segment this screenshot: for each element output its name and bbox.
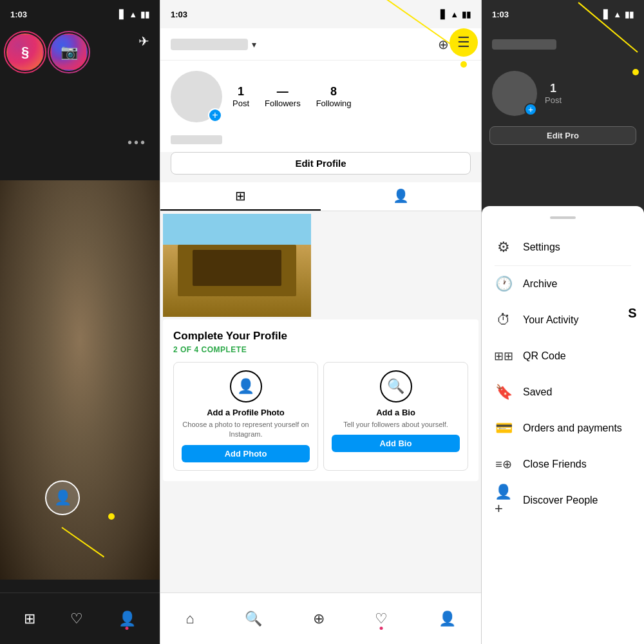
bio-card: 🔍 Add a Bio Tell your followers about yo… xyxy=(323,362,468,471)
panel-middle: 1:03 ▋ ▲ ▮▮ ▾ ⊕ ☰ ☰ + 1 Post xyxy=(160,0,482,644)
archive-label: Archive xyxy=(523,278,557,290)
dog-photo xyxy=(0,180,160,580)
menu-item-settings[interactable]: ⚙ Settings xyxy=(482,229,644,265)
dropdown-menu: ⚙ Settings 🕐 Archive ⏱ Your Activity ⊞⊞ … xyxy=(482,206,644,644)
profile-circle-icon: 👤 xyxy=(54,489,71,506)
profile-name-placeholder xyxy=(171,135,222,144)
saved-icon: 🔖 xyxy=(495,383,513,401)
close-friends-label: Close Friends xyxy=(523,459,587,470)
tabs-row: ⊞ 👤 xyxy=(160,182,481,211)
left-ellipsis[interactable]: ••• xyxy=(128,135,147,150)
profile-photo-card: 👤 Add a Profile Photo Choose a photo to … xyxy=(173,362,318,471)
left-photo: 👤 xyxy=(0,180,160,580)
menu-item-your-activity[interactable]: ⏱ Your Activity xyxy=(482,302,644,338)
profile-name-area xyxy=(160,133,481,152)
add-photo-btn[interactable]: Add Photo xyxy=(182,445,310,462)
mid-nav-home[interactable]: ⌂ xyxy=(185,611,194,627)
right-edit-profile-btn[interactable]: Edit Pro xyxy=(489,126,636,145)
your-activity-label: Your Activity xyxy=(523,314,579,326)
orders-icon: 💳 xyxy=(495,419,513,437)
left-nav-heart[interactable]: ♡ xyxy=(70,611,83,627)
complete-title: Complete Your Profile xyxy=(173,330,468,343)
discover-people-icon: 👤+ xyxy=(495,491,513,509)
storefront-image xyxy=(163,214,311,317)
panel-left: 1:03 ▋ ▲ ▮▮ ✈ § 📷 ••• 👤 ⊞ ♡ 👤 xyxy=(0,0,160,644)
profile-icon-overlay[interactable]: 👤 xyxy=(45,480,80,515)
right-profile-section: + 1 Post xyxy=(482,61,644,126)
following-stat[interactable]: 8 Following xyxy=(316,85,352,108)
edit-profile-button[interactable]: Edit Profile xyxy=(171,152,471,175)
mid-nav-heart[interactable]: ♡ xyxy=(375,611,388,627)
orders-label: Orders and payments xyxy=(523,422,622,434)
profile-section: + 1 Post — Followers 8 Following xyxy=(160,61,481,133)
nav-active-dot xyxy=(126,627,129,630)
profile-stats: 1 Post — Followers 8 Following xyxy=(232,85,471,108)
yellow-dot-settings-annotation xyxy=(632,69,639,75)
dropdown-handle xyxy=(550,216,576,219)
mid-battery-icon: ▮▮ xyxy=(462,10,471,19)
mid-nav-search[interactable]: 🔍 xyxy=(245,611,262,627)
qr-code-label: QR Code xyxy=(523,350,566,362)
signal-icon: ▋ xyxy=(119,10,126,19)
add-story-btn[interactable]: + xyxy=(208,108,222,122)
mid-wifi-icon: ▲ xyxy=(450,10,459,19)
right-status-bar: 1:03 ▋ ▲ ▮▮ xyxy=(482,0,644,28)
close-friends-icon: ≡⊕ xyxy=(495,455,513,473)
direct-message-icon[interactable]: ✈ xyxy=(138,33,149,49)
posts-count: 1 xyxy=(238,85,244,99)
card-bio-title: Add a Bio xyxy=(332,408,460,417)
your-activity-icon: ⏱ xyxy=(495,311,513,329)
left-status-bar: 1:03 ▋ ▲ ▮▮ xyxy=(0,0,160,28)
mid-nav-plus[interactable]: ⊕ xyxy=(313,611,325,627)
grid-icon: ⊞ xyxy=(235,188,246,204)
card-photo-desc: Choose a photo to represent yourself on … xyxy=(182,420,310,440)
menu-item-close-friends[interactable]: ≡⊕ Close Friends xyxy=(482,446,644,482)
complete-cards: 👤 Add a Profile Photo Choose a photo to … xyxy=(173,362,468,471)
left-nav-profile[interactable]: 👤 xyxy=(118,611,136,627)
followers-stat[interactable]: — Followers xyxy=(265,85,301,108)
chevron-down-icon: ▾ xyxy=(252,39,256,50)
post-thumbnail[interactable] xyxy=(163,214,311,317)
tab-tagged[interactable]: 👤 xyxy=(321,182,481,211)
add-bio-btn[interactable]: Add Bio xyxy=(332,435,460,452)
right-username-placeholder xyxy=(492,39,556,50)
menu-item-orders[interactable]: 💳 Orders and payments xyxy=(482,410,644,446)
menu-item-saved[interactable]: 🔖 Saved xyxy=(482,374,644,410)
right-posts-count: 1 xyxy=(550,82,556,95)
following-count: 8 xyxy=(330,85,337,99)
username-placeholder xyxy=(171,39,248,50)
menu-item-archive[interactable]: 🕐 Archive xyxy=(482,266,644,302)
s-box-annotation: S xyxy=(621,301,644,325)
right-avatar-wrap: + xyxy=(492,71,537,116)
tagged-icon: 👤 xyxy=(393,188,409,204)
mid-nav-profile[interactable]: 👤 xyxy=(439,611,456,627)
yellow-dot-menu-annotation xyxy=(460,61,467,68)
right-battery-icon: ▮▮ xyxy=(625,10,634,19)
mid-status-bar: 1:03 ▋ ▲ ▮▮ xyxy=(160,0,481,28)
left-time: 1:03 xyxy=(10,10,27,19)
wifi-icon: ▲ xyxy=(129,10,137,19)
card-bio-desc: Tell your followers about yourself. xyxy=(332,420,460,430)
complete-subtitle: 2 OF 4 COMPLETE xyxy=(173,345,468,354)
right-status-icons: ▋ ▲ ▮▮ xyxy=(603,10,634,19)
battery-icon: ▮▮ xyxy=(140,10,149,19)
story-s[interactable]: § xyxy=(6,33,44,71)
mid-bottom-nav: ⌂ 🔍 ⊕ ♡ 👤 xyxy=(160,592,481,644)
mid-time: 1:03 xyxy=(171,10,187,19)
left-nav-plus[interactable]: ⊞ xyxy=(24,611,35,627)
complete-profile-section: Complete Your Profile 2 OF 4 COMPLETE 👤 … xyxy=(163,319,478,481)
yellow-circle-annotation: ☰ xyxy=(450,28,478,57)
followers-label: Followers xyxy=(265,99,301,108)
discover-people-label: Discover People xyxy=(523,495,598,506)
story-ig[interactable]: 📷 xyxy=(50,33,88,71)
right-posts-stat: 1 Post xyxy=(545,82,562,105)
menu-item-qr-code[interactable]: ⊞⊞ QR Code xyxy=(482,338,644,374)
yellow-dot-annotation xyxy=(108,513,115,520)
right-wifi-icon: ▲ xyxy=(613,10,621,19)
right-add-btn[interactable]: + xyxy=(524,103,537,116)
posts-label: Post xyxy=(232,99,249,108)
username-area[interactable]: ▾ xyxy=(171,39,256,50)
tab-grid[interactable]: ⊞ xyxy=(160,182,321,211)
menu-item-discover-people[interactable]: 👤+ Discover People xyxy=(482,482,644,518)
left-bottom-nav: ⊞ ♡ 👤 xyxy=(0,592,160,644)
